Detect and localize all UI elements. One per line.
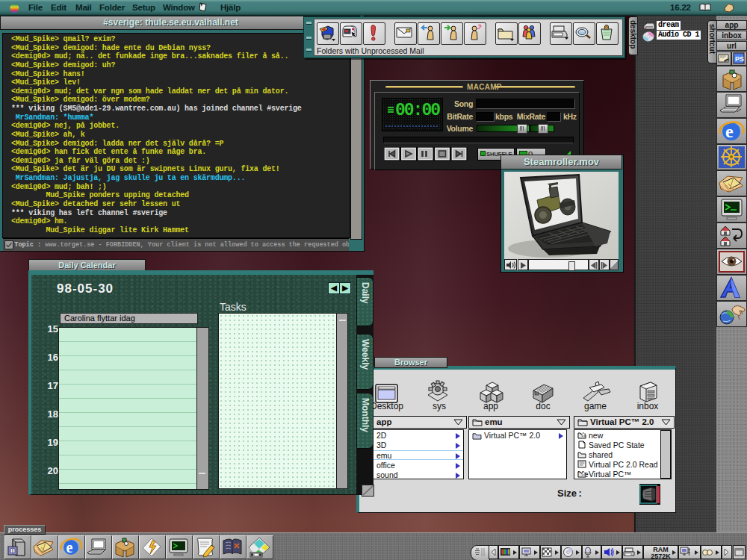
svg-text:e: e [66,539,73,556]
svg-text:PS: PS [735,55,744,63]
svg-text:e: e [725,122,734,141]
